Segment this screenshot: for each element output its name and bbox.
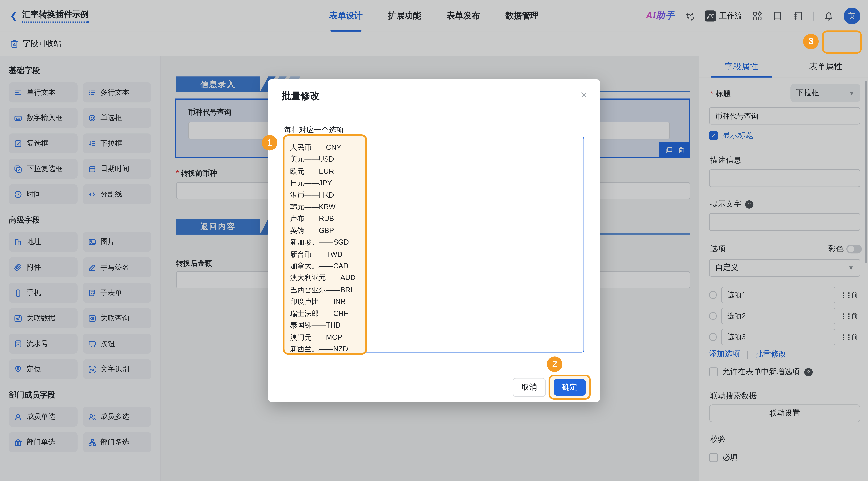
bulk-option-line: 瑞士法郎——CHF xyxy=(290,308,355,319)
bulk-option-line: 港币——HKD xyxy=(290,189,355,201)
bulk-option-line: 日元——JPY xyxy=(290,177,355,189)
dialog-footer-divider xyxy=(277,368,591,369)
bulk-option-line: 印度卢比——INR xyxy=(290,296,355,308)
bulk-option-line: 卢布——RUB xyxy=(290,213,355,225)
bulk-option-line: 加拿大元——CAD xyxy=(290,260,355,272)
bulk-option-line: 新西兰元——NZD xyxy=(290,343,355,355)
app-window: ❮ 汇率转换插件示例 表单设计扩展功能表单发布数据管理 AI助手 xyxy=(0,0,868,481)
bulk-option-line: 英镑——GBP xyxy=(290,225,355,236)
bulk-option-line: 美元——USD xyxy=(290,154,355,165)
confirm-button[interactable]: 确定 xyxy=(554,379,586,395)
bulk-option-line: 澳大利亚元——AUD xyxy=(290,272,355,284)
batch-edit-dialog: 批量修改 ✕ 每行对应一个选项 人民币——CNY美元——USD欧元——EUR日元… xyxy=(268,79,600,402)
bulk-option-line: 欧元——EUR xyxy=(290,165,355,177)
dialog-hint: 每行对应一个选项 xyxy=(284,125,344,135)
bulk-option-line: 巴西雷亚尔——BRL xyxy=(290,284,355,296)
bulk-option-line: 韩元——KRW xyxy=(290,201,355,213)
bulk-option-line: 新台币——TWD xyxy=(290,248,355,260)
dialog-title: 批量修改 xyxy=(282,90,319,102)
annotation-save-ring xyxy=(822,30,862,54)
dialog-header: 批量修改 ✕ xyxy=(268,79,600,111)
cancel-button[interactable]: 取消 xyxy=(513,378,546,397)
annotation-badge-1: 1 xyxy=(262,135,277,151)
bulk-options-text: 人民币——CNY美元——USD欧元——EUR日元——JPY港币——HKD韩元——… xyxy=(290,141,355,355)
bulk-option-line: 人民币——CNY xyxy=(290,141,355,154)
close-icon[interactable]: ✕ xyxy=(580,90,588,101)
annotation-ok-ring: 确定 xyxy=(549,375,591,399)
bulk-option-line: 泰国铢——THB xyxy=(290,319,355,331)
annotation-badge-3: 3 xyxy=(803,34,819,49)
bulk-option-line: 澳门元——MOP xyxy=(290,331,355,343)
annotation-badge-2: 2 xyxy=(547,356,562,372)
bulk-option-line: 新加坡元——SGD xyxy=(290,236,355,248)
